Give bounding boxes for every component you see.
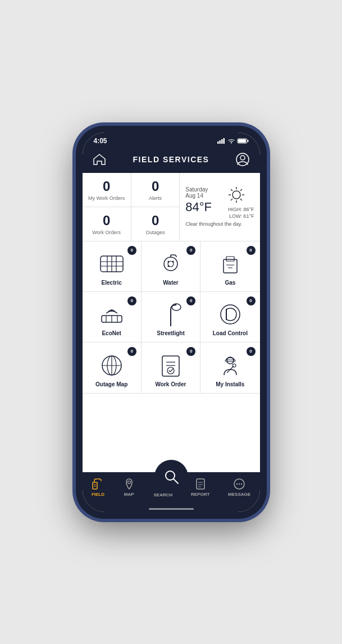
main-content: 0 My Work Orders 0 Alerts 0 Work Orders … bbox=[83, 173, 260, 472]
svg-point-68 bbox=[241, 483, 242, 485]
svg-point-54 bbox=[232, 364, 236, 367]
svg-rect-33 bbox=[226, 257, 234, 261]
stat-value-wo: 0 bbox=[103, 213, 110, 229]
svg-point-67 bbox=[239, 483, 240, 485]
bottom-navigation: FIELD MAP SEARCH bbox=[83, 472, 260, 508]
svg-point-60 bbox=[127, 481, 130, 484]
weather-high: HIGH: 86°F bbox=[228, 207, 254, 212]
battery-icon bbox=[238, 138, 249, 144]
badge-work-order: 0 bbox=[186, 347, 195, 356]
label-electric: Electric bbox=[102, 280, 122, 286]
gas-icon bbox=[218, 252, 243, 276]
weather-panel: Saturday Aug 14 84°F bbox=[180, 173, 259, 241]
badge-load-control: 0 bbox=[247, 296, 256, 305]
report-nav-icon bbox=[194, 478, 207, 490]
stat-label-outages: Outages bbox=[146, 230, 165, 235]
home-button[interactable] bbox=[92, 152, 107, 167]
nav-item-field[interactable]: FIELD bbox=[87, 476, 109, 499]
label-water: Water bbox=[163, 280, 178, 286]
label-load-control: Load Control bbox=[213, 330, 248, 336]
nav-label-message: MESSAGE bbox=[228, 492, 250, 497]
stat-label-alerts: Alerts bbox=[149, 195, 162, 201]
svg-rect-7 bbox=[238, 139, 246, 143]
svg-point-28 bbox=[172, 261, 174, 262]
label-outage-map: Outage Map bbox=[95, 381, 127, 387]
svg-rect-57 bbox=[93, 482, 97, 489]
stats-weather-section: 0 My Work Orders 0 Alerts 0 Work Orders … bbox=[83, 173, 260, 241]
home-bar bbox=[83, 508, 260, 512]
home-indicator bbox=[149, 508, 194, 510]
nav-label-report: REPORT bbox=[191, 492, 209, 497]
label-gas: Gas bbox=[225, 280, 235, 286]
electric-icon bbox=[99, 252, 124, 276]
header-title: FIELD SERVICES bbox=[133, 155, 209, 164]
search-center-bump[interactable] bbox=[154, 460, 188, 494]
svg-rect-6 bbox=[247, 140, 248, 142]
stat-value-outages: 0 bbox=[152, 213, 159, 229]
grid-item-water[interactable]: 0 Water bbox=[142, 241, 200, 292]
weather-date: Saturday bbox=[185, 186, 212, 193]
weather-right: HIGH: 86°F LOW: 61°F bbox=[228, 186, 254, 219]
svg-rect-3 bbox=[223, 138, 225, 144]
weather-description: Clear throughout the day. bbox=[185, 221, 254, 227]
label-econet: EcoNet bbox=[102, 330, 121, 336]
svg-rect-61 bbox=[197, 479, 204, 489]
phone-frame: 4:05 bbox=[76, 126, 267, 519]
nav-label-map: MAP bbox=[124, 492, 134, 497]
profile-icon bbox=[235, 152, 250, 167]
label-streetlight: Streetlight bbox=[157, 330, 184, 336]
grid-item-electric[interactable]: 0 Electric bbox=[83, 241, 142, 292]
grid-item-work-order[interactable]: 0 Work Order bbox=[142, 342, 200, 393]
badge-electric: 0 bbox=[127, 246, 136, 255]
svg-rect-2 bbox=[221, 139, 223, 144]
svg-point-25 bbox=[164, 257, 177, 271]
badge-water: 0 bbox=[186, 246, 195, 255]
my-installs-icon bbox=[218, 353, 243, 378]
svg-rect-1 bbox=[219, 140, 221, 144]
service-grid: 0 Electric 0 bbox=[83, 241, 260, 394]
nav-item-map[interactable]: MAP bbox=[118, 476, 140, 499]
status-icons bbox=[217, 138, 249, 144]
grid-item-load-control[interactable]: 0 Load Control bbox=[200, 292, 259, 342]
svg-rect-32 bbox=[224, 259, 237, 273]
badge-econet: 0 bbox=[127, 296, 136, 305]
svg-rect-0 bbox=[217, 141, 219, 144]
grid-item-outage-map[interactable]: 0 Outage Map bbox=[83, 342, 142, 393]
weather-low: LOW: 61°F bbox=[228, 213, 254, 219]
badge-my-installs: 0 bbox=[247, 347, 256, 356]
svg-point-40 bbox=[111, 309, 112, 311]
outage-map-icon bbox=[99, 353, 124, 378]
nav-item-message[interactable]: MESSAGE bbox=[224, 476, 255, 499]
weather-temperature: 84°F bbox=[185, 200, 212, 214]
grid-item-my-installs[interactable]: 0 My Installs bbox=[200, 342, 259, 393]
badge-gas: 0 bbox=[247, 246, 256, 255]
work-order-icon bbox=[158, 353, 183, 378]
grid-item-streetlight[interactable]: 0 Streetlight bbox=[142, 292, 200, 342]
label-my-installs: My Installs bbox=[216, 381, 244, 387]
svg-point-27 bbox=[167, 261, 169, 262]
svg-line-17 bbox=[240, 189, 242, 191]
svg-rect-48 bbox=[162, 356, 179, 376]
stat-alerts[interactable]: 0 Alerts bbox=[131, 173, 179, 207]
stat-label-work-orders: My Work Orders bbox=[88, 195, 125, 201]
water-icon bbox=[158, 252, 183, 276]
nav-item-report[interactable]: REPORT bbox=[186, 476, 214, 499]
profile-button[interactable] bbox=[235, 152, 250, 167]
label-work-order: Work Order bbox=[156, 381, 186, 387]
svg-line-16 bbox=[240, 199, 242, 200]
app-header: FIELD SERVICES bbox=[83, 147, 260, 173]
grid-item-gas[interactable]: 0 Gas bbox=[200, 241, 259, 292]
stat-outages[interactable]: 0 Outages bbox=[131, 207, 179, 241]
stat-value-work-orders: 0 bbox=[103, 179, 110, 194]
weather-info: Saturday Aug 14 84°F bbox=[185, 186, 212, 216]
grid-item-econet[interactable]: 0 EcoNet bbox=[83, 292, 142, 342]
stat-my-work-orders[interactable]: 0 My Work Orders bbox=[83, 173, 131, 207]
signal-icon bbox=[217, 138, 225, 144]
svg-line-56 bbox=[174, 479, 178, 483]
home-icon bbox=[93, 154, 106, 165]
svg-point-29 bbox=[167, 265, 169, 267]
stat-label-wo: Work Orders bbox=[92, 230, 121, 235]
weather-month-day: Aug 14 bbox=[185, 193, 212, 199]
sun-icon bbox=[228, 186, 245, 203]
stat-work-orders[interactable]: 0 Work Orders bbox=[83, 207, 131, 241]
